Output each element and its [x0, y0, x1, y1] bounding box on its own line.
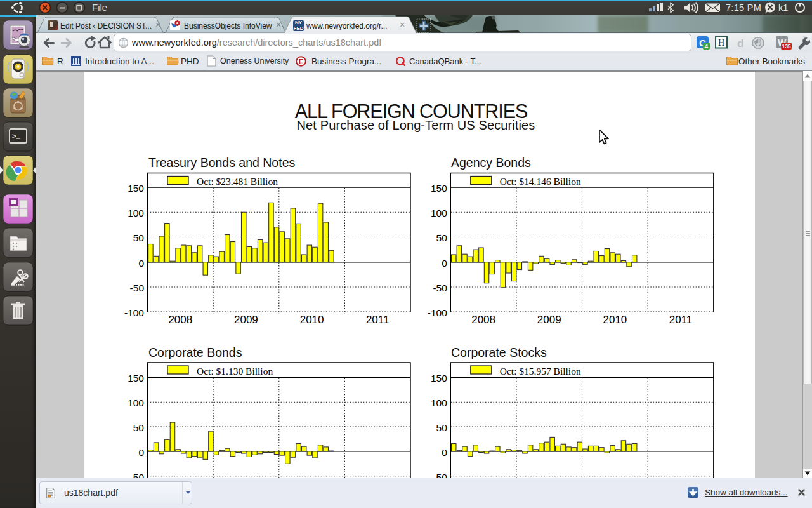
svg-text:50: 50: [436, 422, 448, 433]
svg-text:Oct: $23.481 Billion: Oct: $23.481 Billion: [197, 176, 278, 187]
svg-text:50: 50: [133, 422, 145, 433]
svg-text:150: 150: [431, 183, 447, 194]
svg-text:100: 100: [431, 208, 447, 218]
svg-text:100: 100: [128, 208, 144, 218]
svg-text:2008: 2008: [168, 314, 192, 326]
svg-text:0: 0: [138, 447, 144, 458]
svg-text:150: 150: [431, 373, 447, 384]
svg-text:-50: -50: [433, 283, 447, 293]
svg-text:0: 0: [138, 258, 144, 269]
svg-text:100: 100: [128, 398, 144, 408]
svg-text:-100: -100: [428, 307, 447, 318]
svg-text:Oct: $1.130 Billion: Oct: $1.130 Billion: [197, 366, 273, 377]
svg-text:50: 50: [133, 232, 145, 243]
svg-text:2008: 2008: [471, 314, 495, 326]
svg-text:-100: -100: [124, 307, 144, 318]
svg-text:2011: 2011: [669, 314, 693, 326]
svg-text:0: 0: [442, 258, 447, 269]
svg-text:-50: -50: [130, 283, 145, 293]
svg-text:2010: 2010: [603, 314, 627, 326]
svg-text:100: 100: [431, 398, 447, 408]
svg-text:150: 150: [128, 183, 144, 194]
svg-text:2010: 2010: [300, 314, 324, 326]
svg-text:150: 150: [128, 373, 144, 384]
svg-text:0: 0: [442, 447, 447, 458]
svg-text:2009: 2009: [537, 314, 561, 326]
svg-text:2011: 2011: [366, 314, 390, 326]
svg-text:Oct: $15.957 Billion: Oct: $15.957 Billion: [500, 366, 581, 377]
svg-text:2009: 2009: [234, 314, 258, 326]
svg-text:50: 50: [436, 232, 448, 243]
svg-text:Oct: $14.146 Billion: Oct: $14.146 Billion: [500, 176, 581, 187]
